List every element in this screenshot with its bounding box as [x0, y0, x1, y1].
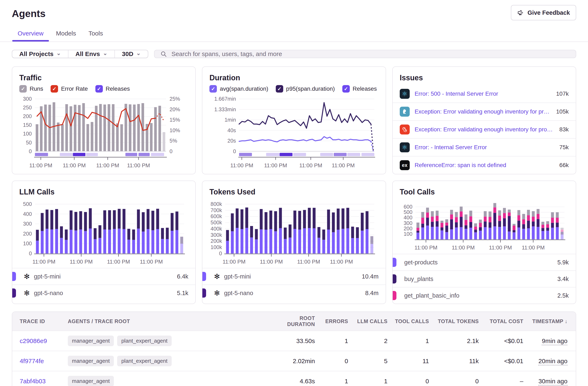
series-value: 8.4m [365, 290, 378, 296]
errors-cell[interactable]: 1 [319, 338, 352, 344]
llm-calls-cell: 1 [352, 378, 391, 385]
legend-item-get-products[interactable]: get-products 5.9k [393, 254, 576, 271]
issue-link[interactable]: ReferenceError: span is not defined [415, 162, 554, 168]
runs-label: Runs [30, 86, 43, 92]
duration-chart[interactable]: 020s40s1min1.333min1.667min11:00 PM11:00… [210, 95, 379, 168]
trace-id-link[interactable]: 4f9774fe [20, 358, 44, 364]
errors-cell[interactable]: 1 [319, 378, 352, 385]
charts-row-2: LLM Calls 010020030040050011:00 PM11:00 … [12, 181, 576, 304]
trace-id-link[interactable]: 7abf4b03 [20, 378, 46, 385]
col-trace-id[interactable]: TRACE ID [12, 318, 64, 324]
svg-text:5%: 5% [169, 138, 177, 144]
legend-item-get-plant-basic-info[interactable]: get_plant_basic_info 2.5k [393, 287, 576, 304]
svg-text:300: 300 [23, 221, 32, 227]
megaphone-icon [517, 9, 524, 16]
root-duration-cell: 2.02min [271, 358, 319, 365]
timestamp-link[interactable]: 30min ago [538, 378, 567, 385]
tab-models[interactable]: Models [56, 30, 76, 42]
checkbox-icon: ✓ [95, 85, 103, 92]
timestamp-link[interactable]: 20min ago [538, 358, 567, 364]
col-errors[interactable]: ERRORS [319, 318, 352, 324]
col-llm-calls[interactable]: LLM CALLS [352, 318, 391, 324]
svg-text:11:00 PM: 11:00 PM [96, 162, 119, 168]
tool-calls-cell: 0 [391, 378, 433, 385]
p95-duration-label: p95(span.duration) [286, 86, 335, 92]
issue-item[interactable]: ⚛ Error: 500 - Internal Server Error 107… [393, 85, 576, 103]
chevron-down-icon: ⌄ [103, 50, 107, 56]
col-timestamp-sort[interactable]: TIMESTAMP ↓ [527, 318, 576, 324]
tokens-used-panel: Tokens Used 0100k200k300k400k500k600k700… [202, 181, 386, 304]
series-label: get-products [404, 259, 553, 266]
duration-panel: Duration ✓ avg(span.duration) ✓ p95(span… [202, 67, 386, 174]
tab-divider [0, 42, 588, 42]
traffic-chart[interactable]: 05010015020025030005%10%15%20%25%11:00 P… [19, 95, 189, 168]
issue-item[interactable]: ex ReferenceError: span is not defined 6… [393, 156, 576, 174]
releases-checkbox[interactable]: ✓ Releases [342, 85, 377, 92]
daterange-filter-label: 30D [122, 50, 133, 57]
svg-text:11:00 PM: 11:00 PM [330, 259, 353, 265]
svg-text:100k: 100k [211, 244, 222, 250]
daterange-filter[interactable]: 30D ⌄ [114, 50, 148, 58]
issue-item[interactable]: ⚛ Error: - Internal Server Error 75k [393, 138, 576, 156]
series-label: get_plant_basic_info [404, 292, 553, 299]
table-row: c29086e9 manager_agentplant_expert_agent… [12, 331, 576, 351]
col-tool-calls[interactable]: TOOL CALLS [391, 318, 433, 324]
svg-text:600: 600 [403, 204, 412, 210]
runs-checkbox[interactable]: ✓ Runs [19, 85, 43, 92]
search-bar[interactable] [154, 50, 576, 58]
llm-calls-chart[interactable]: 010020030040050011:00 PM11:00 PM11:00 PM… [19, 199, 189, 268]
series-value: 2.5k [557, 292, 569, 299]
chevron-down-icon: ⌄ [136, 50, 141, 56]
series-label: gpt-5-nano [34, 290, 173, 296]
svg-text:1.333min: 1.333min [214, 107, 236, 112]
releases-checkbox[interactable]: ✓ Releases [95, 85, 130, 92]
svg-text:0: 0 [219, 250, 222, 256]
issue-link[interactable]: Exception: Error validating enough inven… [415, 108, 551, 115]
agents-cell: manager_agentplant_expert_agent [64, 356, 271, 366]
give-feedback-label: Give Feedback [527, 9, 570, 16]
series-value: 10.4m [362, 273, 378, 280]
issue-link[interactable]: Error: - Internal Server Error [415, 144, 554, 151]
issue-count: 66k [559, 162, 569, 168]
legend-item-gpt-5-mini[interactable]: ✻ gpt-5-mini 6.4k [12, 268, 195, 285]
col-agents[interactable]: AGENTS / TRACE ROOT [64, 318, 271, 324]
svg-text:800k: 800k [211, 201, 222, 207]
tab-overview[interactable]: Overview [18, 30, 43, 42]
releases-label: Releases [353, 86, 377, 92]
col-total-cost[interactable]: TOTAL COST [483, 318, 527, 324]
avg-duration-checkbox[interactable]: ✓ avg(span.duration) [210, 85, 268, 92]
svg-text:20s: 20s [228, 138, 236, 144]
p95-duration-checkbox[interactable]: ✓ p95(span.duration) [276, 85, 335, 92]
svg-text:11:00 PM: 11:00 PM [489, 245, 512, 251]
charts-row-1: Traffic ✓ Runs ✓ Error Rate ✓ Releases 0… [12, 67, 576, 174]
env-filter[interactable]: All Envs ⌄ [68, 50, 114, 58]
give-feedback-button[interactable]: Give Feedback [511, 5, 576, 20]
legend-item-buy-plants[interactable]: buy_plants 3.4k [393, 271, 576, 287]
tool-calls-chart[interactable]: 10020030040050060011:00 PM11:00 PM11:00 … [400, 199, 569, 254]
series-swatch [12, 289, 16, 297]
issue-link[interactable]: Exception: Error validating enough inven… [415, 126, 554, 133]
error-rate-checkbox[interactable]: ✓ Error Rate [51, 85, 88, 92]
issue-link[interactable]: Error: 500 - Internal Server Error [415, 91, 551, 97]
timestamp-link[interactable]: 9min ago [542, 338, 567, 344]
series-swatch [202, 289, 206, 297]
llm-calls-cell: 5 [352, 358, 391, 365]
col-root-duration[interactable]: ROOT DURATION [271, 315, 319, 327]
svg-text:11:00 PM: 11:00 PM [260, 259, 283, 265]
tokens-used-chart[interactable]: 0100k200k300k400k500k600k700k800k11:00 P… [210, 199, 379, 268]
total-cost-cell: <$0.01 [483, 358, 527, 365]
project-filter[interactable]: All Projects ⌄ [12, 50, 68, 58]
legend-item-gpt-5-nano[interactable]: ✻ gpt-5-nano 8.4m [202, 285, 385, 301]
trace-id-link[interactable]: c29086e9 [20, 338, 47, 344]
issues-panel: Issues ⚛ Error: 500 - Internal Server Er… [392, 67, 576, 174]
agent-tag: plant_expert_agent [117, 356, 172, 366]
legend-item-gpt-5-mini[interactable]: ✻ gpt-5-mini 10.4m [202, 268, 385, 285]
agent-tag: manager_agent [68, 376, 114, 386]
col-total-tokens[interactable]: TOTAL TOKENS [433, 318, 483, 324]
issue-item[interactable]: Exception: Error validating enough inven… [393, 120, 576, 138]
legend-item-gpt-5-nano[interactable]: ✻ gpt-5-nano 5.1k [12, 285, 195, 301]
tab-tools[interactable]: Tools [88, 30, 103, 42]
avg-duration-label: avg(span.duration) [220, 86, 268, 92]
search-input[interactable] [171, 50, 570, 58]
issue-item[interactable]: Exception: Error validating enough inven… [393, 103, 576, 120]
